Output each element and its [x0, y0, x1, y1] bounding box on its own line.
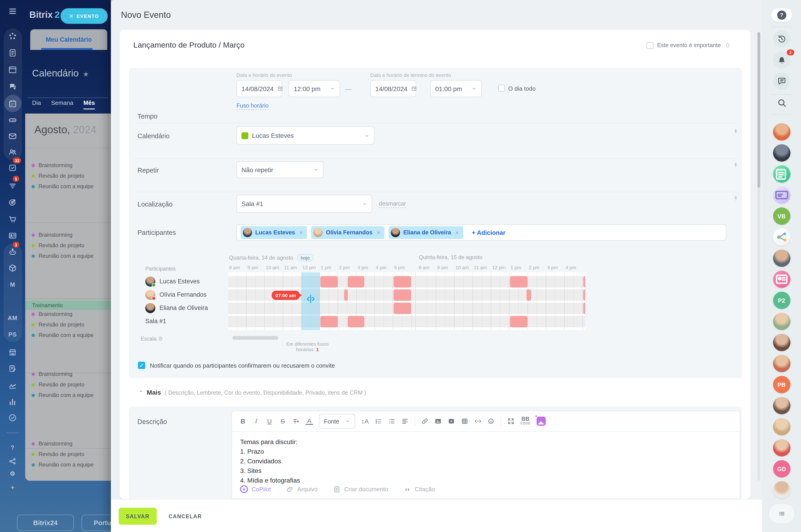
- event-item[interactable]: Reunião com a equipe: [32, 392, 93, 398]
- avatar[interactable]: [773, 123, 790, 140]
- bullet-list-button[interactable]: [388, 418, 395, 425]
- event-item[interactable]: Reunião com a equipe: [32, 461, 93, 468]
- remove-icon[interactable]: ✕: [299, 230, 303, 235]
- underline-button[interactable]: U: [266, 418, 273, 425]
- event-item[interactable]: Brainstorming: [32, 232, 72, 238]
- start-time-select[interactable]: 12:00 pm: [289, 80, 340, 97]
- search-icon[interactable]: [777, 98, 786, 108]
- bold-button[interactable]: B: [239, 418, 247, 425]
- avatar-initials[interactable]: GD: [773, 460, 790, 477]
- avatar[interactable]: [773, 481, 790, 498]
- pin-icon[interactable]: [733, 161, 739, 169]
- copilot-action[interactable]: +CoPilot: [240, 485, 271, 493]
- italic-button[interactable]: I: [253, 418, 260, 425]
- event-item[interactable]: Brainstorming: [32, 371, 72, 377]
- strikethrough-button[interactable]: S: [279, 418, 286, 425]
- quote-action[interactable]: Citação: [404, 486, 435, 493]
- mindmap-icon[interactable]: [773, 228, 790, 246]
- font-size-button[interactable]: ↕A: [361, 418, 369, 425]
- tab-evento[interactable]: ✕ EVENTO: [60, 8, 108, 24]
- end-time-select[interactable]: 01:00 pm: [430, 80, 481, 97]
- fullscreen-button[interactable]: [507, 418, 514, 425]
- localizacao-select[interactable]: Sala #1: [236, 194, 372, 213]
- view-tab-semana[interactable]: Semana: [51, 99, 73, 110]
- event-item[interactable]: Reunião com a equipe: [32, 332, 93, 338]
- view-tab-dia[interactable]: Dia: [32, 99, 41, 110]
- repetir-select[interactable]: Não repetir: [236, 161, 324, 178]
- timezone-link[interactable]: Fuso horário: [236, 102, 269, 110]
- text-color-button[interactable]: A: [306, 418, 313, 425]
- promo-icon[interactable]: [773, 186, 790, 204]
- chat-list-button[interactable]: [768, 504, 795, 524]
- avatar-initials[interactable]: PB: [773, 376, 790, 393]
- messenger-icon[interactable]: [773, 72, 790, 90]
- view-tab-mês[interactable]: Mês: [84, 99, 95, 110]
- avatar-initials[interactable]: P2: [773, 292, 790, 309]
- event-item[interactable]: Brainstorming: [32, 311, 72, 317]
- mais-toggle[interactable]: ⌃ Mais ( Descrição, Lembrete, Cor do eve…: [139, 389, 366, 396]
- table-button[interactable]: [461, 418, 468, 425]
- avatar[interactable]: [773, 355, 790, 372]
- participant-chip[interactable]: Olívia Fernandos✕: [311, 226, 385, 239]
- ai-image-button[interactable]: [536, 417, 546, 426]
- save-button[interactable]: SALVAR: [119, 508, 157, 525]
- video-button[interactable]: [448, 418, 455, 425]
- cancel-button[interactable]: CANCELAR: [166, 508, 205, 525]
- participant-chip[interactable]: Lucas Esteves✕: [241, 226, 307, 239]
- link-button[interactable]: [421, 418, 428, 425]
- event-item[interactable]: Revisão de projeto: [32, 242, 84, 249]
- remove-icon[interactable]: ✕: [377, 230, 380, 235]
- tab-meu-calendario[interactable]: Meu Calendário: [30, 29, 107, 50]
- scale-label[interactable]: Escala ⚙: [141, 336, 163, 342]
- event-item[interactable]: Reunião com a equipe: [32, 253, 93, 259]
- scrollbar[interactable]: [758, 32, 760, 481]
- desmarcar-link[interactable]: desmarcar: [379, 201, 406, 208]
- pin-icon[interactable]: [733, 194, 739, 202]
- code-button[interactable]: [474, 418, 481, 425]
- calendario-select[interactable]: Lucas Esteves: [236, 126, 375, 145]
- drag-handle-icon[interactable]: [305, 293, 316, 302]
- bitrix24-badge[interactable]: Bitrix24: [17, 515, 74, 531]
- close-icon[interactable]: ✕: [69, 13, 73, 19]
- emoji-button[interactable]: [487, 418, 495, 425]
- align-button[interactable]: [401, 418, 408, 425]
- event-item[interactable]: Reunião com a equipe: [32, 183, 93, 190]
- important-checkbox[interactable]: [647, 42, 653, 49]
- add-participant-button[interactable]: + Adicionar: [472, 229, 506, 236]
- rich-text-editor[interactable]: BIUSTxAFonte↕ABBCODE Temas para discutir…: [232, 411, 740, 499]
- help-button[interactable]: ?: [771, 8, 792, 22]
- docfile-action[interactable]: Criar documento: [333, 486, 388, 493]
- contact-card-icon[interactable]: [773, 270, 790, 288]
- participants-field[interactable]: Lucas Esteves✕Olívia Fernandos✕Eliana de…: [236, 224, 726, 241]
- start-date-input[interactable]: 14/08/2024: [236, 80, 282, 97]
- event-item[interactable]: Revisão de projeto: [32, 173, 84, 179]
- history-icon[interactable]: [773, 30, 790, 48]
- avatar[interactable]: [773, 144, 790, 162]
- star-icon[interactable]: ★: [83, 70, 89, 78]
- event-item[interactable]: Revisão de projeto: [32, 451, 84, 457]
- end-date-input[interactable]: 14/08/2024: [370, 80, 416, 97]
- event-item[interactable]: Revisão de projeto: [32, 321, 84, 328]
- event-title-input[interactable]: Lançamento de Produto / Março: [133, 41, 245, 50]
- font-select[interactable]: Fonte: [319, 414, 356, 429]
- remove-icon[interactable]: ✕: [455, 230, 459, 235]
- avatar[interactable]: [773, 439, 790, 456]
- availability-grid[interactable]: [228, 272, 585, 330]
- all-day-checkbox[interactable]: [498, 85, 505, 92]
- pin-icon[interactable]: [733, 128, 739, 135]
- description-text[interactable]: Temas para discutir:1. Prazo2. Convidado…: [232, 432, 740, 491]
- image-button[interactable]: [434, 418, 441, 425]
- avatar[interactable]: [773, 249, 790, 267]
- clip-action[interactable]: Arquivo: [286, 486, 317, 493]
- avatar[interactable]: [773, 397, 790, 414]
- avatar[interactable]: [773, 313, 790, 330]
- grid-scrollbar[interactable]: [232, 336, 278, 340]
- event-item[interactable]: Brainstorming: [32, 162, 72, 169]
- bbcode-button[interactable]: BBCODE: [520, 417, 530, 426]
- notifications-bell-icon[interactable]: 2: [773, 51, 790, 69]
- participant-chip[interactable]: Eliana de Oliveira✕: [388, 226, 463, 239]
- event-treinamento[interactable]: Treinamento: [25, 301, 111, 310]
- avatar[interactable]: [773, 334, 790, 351]
- event-item[interactable]: Brainstorming: [32, 440, 72, 447]
- event-item[interactable]: Revisão de projeto: [32, 381, 84, 388]
